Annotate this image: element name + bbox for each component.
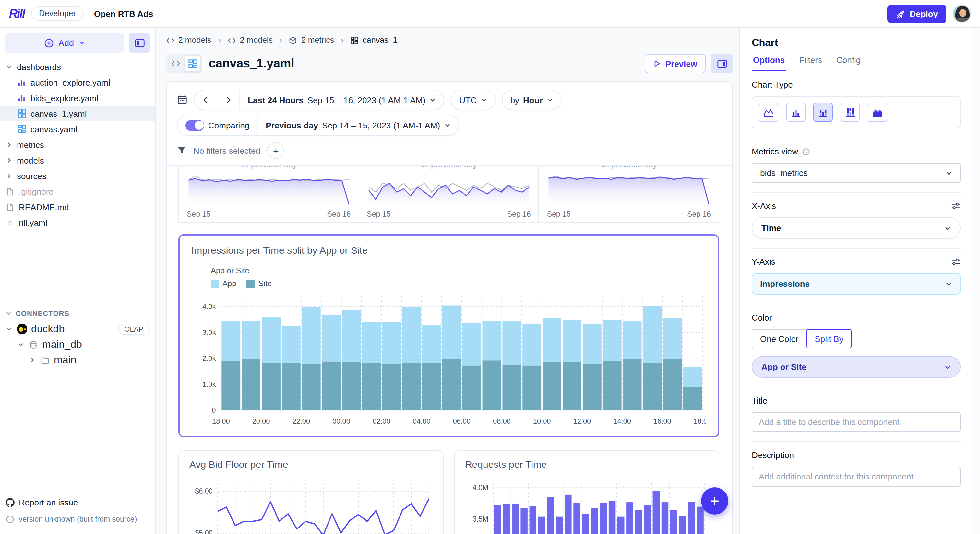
chart-type-stacked-bar-normalized-button[interactable] [840,102,860,122]
tab-config[interactable]: Config [835,55,862,71]
report-issue-link[interactable]: Report an issue [0,494,155,511]
x-axis-label: X-Axis [752,201,776,211]
tree-file-auction-explore[interactable]: auction_explore.yaml [0,75,155,90]
color-mode-toggle: One Color Split By [752,329,961,348]
comparing-toggle[interactable] [186,120,204,131]
kpi-card[interactable]: vs previous day Sep 15 Sep 16 [539,166,719,223]
breadcrumb-models-1[interactable]: 2 models [166,36,211,45]
chart-type-stacked-bar-button[interactable] [813,102,833,122]
panel-right-icon [716,58,727,69]
chevron-down-icon [946,281,952,287]
add-filter-button[interactable]: + [267,142,285,159]
description-label: Description [752,450,961,460]
comparing-toggle-group[interactable]: Comparing [178,115,257,135]
tree-file-canvas-1-selected[interactable]: canvas_1.yaml [0,106,155,121]
timezone-label: UTC [459,95,476,105]
sliders-icon[interactable] [951,258,961,266]
connector-label: main [54,354,76,366]
breadcrumb-label: 2 models [178,36,211,45]
title-section: Title [752,387,961,441]
split-by-dimension-select[interactable]: App or Site [752,356,961,378]
code-view-button[interactable] [167,55,184,72]
kpi-sparkline-chart [187,172,350,208]
tree-file-readme[interactable]: README.md [0,199,155,215]
deploy-button[interactable]: Deploy [887,4,946,23]
split-by-button[interactable]: Split By [807,329,852,348]
tree-folder-metrics[interactable]: metrics [0,137,155,153]
sidebar-collapse-button[interactable] [129,33,150,53]
y-axis-label-row: Y-Axis [752,257,961,267]
component-title-input[interactable] [752,412,961,432]
time-forward-button[interactable] [216,90,239,110]
calendar-icon [177,95,188,105]
avg-bid-floor-chart-card[interactable]: Avg Bid Floor per Time $4.00$5.00$6.00 [178,450,444,534]
chevron-down-icon [5,64,13,70]
inspector-scrollbar-gutter[interactable] [972,28,980,534]
info-icon [802,148,810,155]
kpi-card[interactable]: vs previous day Sep 15 Sep 16 [359,166,539,223]
time-range-selector[interactable]: Last 24 Hours Sep 15 – 16, 2023 (1 AM-1 … [239,90,444,110]
time-range-pill: Last 24 Hours Sep 15 – 16, 2023 (1 AM-1 … [194,89,444,110]
svg-text:0: 0 [212,406,216,414]
breadcrumb-metrics[interactable]: 2 metrics [289,36,334,45]
connectors-header[interactable]: CONNECTORS [0,306,155,321]
time-range-label: Last 24 Hours [248,95,304,105]
chart-title: Requests per Time [465,459,708,470]
connector-duckdb[interactable]: duckdb OLAP [0,321,155,337]
chart-type-bar-button[interactable] [786,102,805,122]
tree-file-bids-explore[interactable]: bids_explore.yaml [0,90,155,106]
tree-file-canvas[interactable]: canvas.yaml [0,121,155,137]
user-avatar[interactable] [953,5,971,23]
tree-file-rill-yaml[interactable]: rill.yaml [0,215,155,230]
time-range-dates: Sep 15 – 16, 2023 (1 AM-1 AM) [307,95,425,105]
compare-range-selector[interactable]: Previous day Sep 14 – 15, 2023 (1 AM-1 A… [257,115,458,135]
connector-schema-main-db[interactable]: main_db [0,337,155,352]
timezone-pill[interactable]: UTC [451,89,495,110]
chevron-right-icon [5,172,13,179]
inspector-toggle-button[interactable] [711,54,733,73]
add-component-fab[interactable]: + [701,487,729,515]
rill-logo[interactable]: Rill [9,7,25,21]
legend-item-site: Site [247,279,272,288]
kpi-card[interactable]: vs previous day Sep 15 Sep 16 [178,166,359,223]
selected-chart-component[interactable]: Impressions per Time split by App or Sit… [178,234,719,437]
requests-chart-card[interactable]: Requests per Time 4.0M3.5M3.0M2.5M [454,450,719,534]
metrics-view-select[interactable]: bids_metrics [752,163,961,183]
canvas-view-button[interactable] [184,55,201,72]
connector-table-group-main[interactable]: main [0,352,155,368]
environment-badge: Developer [31,6,84,21]
chart-type-line-button[interactable] [759,102,778,122]
canvas-scroll-area[interactable]: vs previous day Sep 15 Sep 16 vs previou… [177,166,722,534]
y-axis-select[interactable]: Impressions [752,273,961,295]
one-color-button[interactable]: One Color [752,329,807,348]
preview-button[interactable]: Preview [645,54,706,73]
tree-folder-models[interactable]: models [0,153,155,168]
chevron-right-icon [5,157,13,164]
x-axis-select[interactable]: Time [752,217,961,239]
tab-options[interactable]: Options [752,55,786,72]
tree-folder-sources[interactable]: sources [0,168,155,183]
bar-chart: 4.0M3.5M3.0M2.5M [465,476,708,534]
comparison-pill: Comparing Previous day Sep 14 – 15, 2023… [177,115,459,135]
document-icon [5,187,15,196]
breadcrumb-models-2[interactable]: 2 models [228,36,272,45]
component-description-input[interactable] [752,467,961,487]
filters-row: No filters selected + [177,141,722,160]
chart-title: Impressions per Time split by App or Sit… [191,245,706,256]
tab-filters[interactable]: Filters [798,55,823,71]
tree-file-gitignore[interactable]: .gitignore [0,183,155,199]
svg-text:08:00: 08:00 [493,417,511,425]
time-back-button[interactable] [194,90,216,110]
sidebar-footer: Report an issue version unknown (built f… [0,494,155,528]
grain-pill[interactable]: by Hour [502,89,562,110]
add-button[interactable]: Add [5,33,124,53]
tree-folder-dashboards[interactable]: dashboards [0,59,155,75]
top-bar: Rill Developer Open RTB Ads Deploy [0,0,980,28]
metrics-view-label-row: Metrics view [752,147,961,156]
line-chart: $4.00$5.00$6.00 [189,476,433,534]
rocket-icon [896,9,905,19]
stacked-bar-chart[interactable]: 01.0k2.0k3.0k4.0k18:0020:0022:0000:0002:… [191,291,706,430]
chart-type-area-button[interactable] [868,102,887,122]
legend-title: App or Site [211,266,706,275]
sliders-icon[interactable] [951,202,961,210]
